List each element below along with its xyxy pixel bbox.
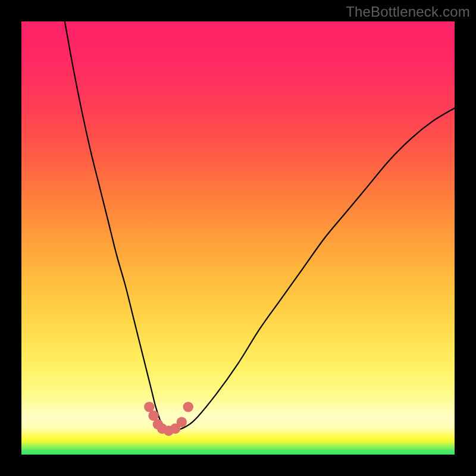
curve-marker [177,417,187,427]
curve-bottom-markers [144,402,193,436]
curve-line [65,21,455,431]
chart-svg [21,21,455,455]
chart-frame: TheBottleneck.com [0,0,476,476]
curve-marker [183,402,193,412]
plot-area [21,21,455,455]
watermark-text: TheBottleneck.com [346,4,470,20]
